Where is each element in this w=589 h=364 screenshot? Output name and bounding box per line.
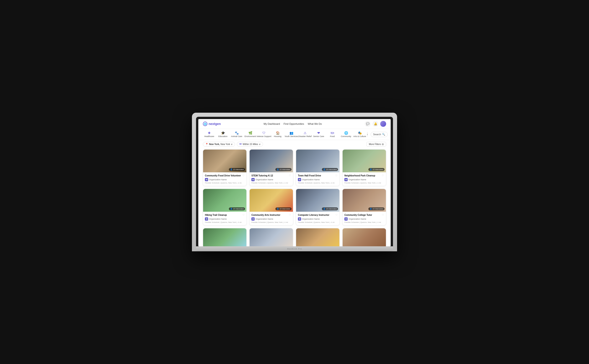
card-meta: Flexible Schedule | Queens, New York | -… <box>298 182 338 184</box>
card-meta: Flexible Schedule | Queens, New York | -… <box>205 182 245 184</box>
card-favorite-btn[interactable]: ♡ <box>242 214 245 216</box>
more-filters-icon: ⊟ <box>382 143 384 145</box>
card-meta: Flexible Schedule | Queens, New York | -… <box>205 221 245 223</box>
environment-icon: 🌿 <box>248 131 252 135</box>
distance-chevron-icon: ∨ <box>259 143 261 145</box>
card-6[interactable]: 👤 15 InterestedCommunity Arts Instructor… <box>249 189 293 225</box>
nav-dashboard[interactable]: My Dashboard <box>264 123 280 125</box>
logo-icon: 🌐 <box>203 122 207 126</box>
housing-icon: 🏠 <box>276 131 280 135</box>
org-icon: 🏢 <box>251 217 254 221</box>
cards-grid: 👤 15 InterestedCommunity Food Drive Volu… <box>203 149 386 246</box>
senior-care-label: Senior Care <box>313 135 324 137</box>
card-8[interactable]: 👤 15 InterestedCommunity College Tutor♡🏢… <box>342 189 386 225</box>
logo-text: nextgen <box>208 122 221 126</box>
card-title: Hiking Trail Cleanup <box>205 214 227 216</box>
community-label: Community <box>341 135 351 137</box>
category-healthcare[interactable]: ✚ Healthcare <box>203 130 216 138</box>
nav-actions: 💬 🔔 <box>365 121 386 127</box>
community-icon: 🌐 <box>344 131 348 135</box>
category-community[interactable]: 🌐 Community <box>340 130 352 138</box>
card-title: Community Arts Instructor <box>251 214 280 216</box>
filters-bar: 📍 New York, New York ∨ 🗺 Within 15 Miles… <box>198 140 391 149</box>
category-senior-care[interactable]: ❤ Senior Care <box>312 130 325 138</box>
card-favorite-btn[interactable]: ♡ <box>289 214 291 216</box>
category-animal-care[interactable]: 🐾 Animal Care <box>230 130 243 138</box>
animal-care-icon: 🐾 <box>235 131 239 135</box>
arts-culture-icon: 🎭 <box>358 131 362 135</box>
location-filter[interactable]: 📍 New York, New York ∨ <box>203 142 235 147</box>
bell-icon-btn[interactable]: 🔔 <box>372 121 378 127</box>
card-9[interactable] <box>203 228 247 246</box>
content-area: 👤 15 InterestedCommunity Food Drive Volu… <box>198 149 391 246</box>
category-arts-culture[interactable]: 🎭 Arts & Culture <box>353 130 366 138</box>
category-disaster-relief[interactable]: ⚠ Disaster Relief <box>299 130 311 138</box>
card-4[interactable]: 👤 15 InterestedNeighborhood Park Cleanup… <box>342 149 386 186</box>
education-label: Education <box>218 135 228 137</box>
location-filter-label: New York, New York <box>209 143 230 145</box>
category-environment[interactable]: 🌿 Environment <box>244 130 257 138</box>
org-name: Organization Name <box>302 178 320 181</box>
card-title: Computer Literacy Instructor <box>298 214 329 216</box>
more-filters-button[interactable]: More Filters ⊟ <box>366 142 386 147</box>
card-12[interactable] <box>342 228 386 246</box>
nav-what-we-do[interactable]: What We Do <box>308 123 322 125</box>
category-education[interactable]: 🎓 Education <box>217 130 229 138</box>
food-label: Food <box>330 135 335 137</box>
interested-badge: 👤 15 Interested <box>229 207 245 210</box>
education-icon: 🎓 <box>221 131 225 135</box>
location-icon: 📍 <box>205 143 208 145</box>
arts-culture-label: Arts & Culture <box>353 135 366 137</box>
org-name: Organization Name <box>348 218 366 220</box>
category-youth-services[interactable]: 👥 Youth Services <box>285 130 298 138</box>
screen: 🌐 nextgen My Dashboard Find Opportunitie… <box>198 119 391 246</box>
card-7[interactable]: 👤 15 InterestedComputer Literacy Instruc… <box>296 189 340 225</box>
org-icon: 🏢 <box>344 178 348 181</box>
category-veteran-support[interactable]: 🛡 Veteran Support <box>258 130 270 138</box>
navbar: 🌐 nextgen My Dashboard Find Opportunitie… <box>198 119 391 129</box>
card-favorite-btn[interactable]: ♡ <box>335 214 338 216</box>
logo[interactable]: 🌐 nextgen <box>203 122 221 126</box>
card-title: Town Hall Food Drive <box>298 174 321 177</box>
card-favorite-btn[interactable]: ♡ <box>382 174 384 177</box>
card-3[interactable]: 👤 15 InterestedTown Hall Food Drive♡🏢Org… <box>296 149 340 186</box>
card-5[interactable]: 👤 15 InterestedHiking Trail Cleanup♡🏢Org… <box>203 189 247 225</box>
interested-badge: 👤 15 Interested <box>368 207 385 210</box>
user-avatar[interactable] <box>380 121 386 127</box>
card-11[interactable] <box>296 228 340 246</box>
laptop-frame: 🌐 nextgen My Dashboard Find Opportunitie… <box>192 113 397 251</box>
org-name: Organization Name <box>255 178 273 181</box>
category-housing[interactable]: 🏠 Housing <box>271 130 284 138</box>
interested-badge: 👤 15 Interested <box>229 168 245 171</box>
category-food[interactable]: 🍽 Food <box>326 130 339 138</box>
laptop-model-text: MacBook Pro <box>287 248 302 250</box>
org-name: Organization Name <box>255 218 273 220</box>
distance-filter[interactable]: 🗺 Within 15 Miles ∨ <box>237 142 263 147</box>
distance-icon: 🗺 <box>239 143 242 145</box>
card-title: Community College Tutor <box>344 214 372 216</box>
interested-badge: 👤 15 Interested <box>368 168 385 171</box>
disaster-relief-icon: ⚠ <box>304 131 307 135</box>
food-icon: 🍽 <box>331 131 334 135</box>
card-favorite-btn[interactable]: ♡ <box>289 174 291 177</box>
youth-services-label: Youth Services <box>284 135 298 137</box>
nav-opportunities[interactable]: Find Opportunities <box>284 123 304 125</box>
card-favorite-btn[interactable]: ♡ <box>242 174 245 177</box>
card-favorite-btn[interactable]: ♡ <box>335 174 338 177</box>
card-2[interactable]: 👤 15 InterestedSTEM Tutoring K-12♡🏢Organ… <box>249 149 293 186</box>
org-icon: 🏢 <box>251 178 254 181</box>
card-1[interactable]: 👤 15 InterestedCommunity Food Drive Volu… <box>203 149 247 186</box>
card-favorite-btn[interactable]: ♡ <box>382 214 384 216</box>
org-icon: 🏢 <box>205 217 208 221</box>
animal-care-label: Animal Care <box>231 135 242 137</box>
card-10[interactable] <box>249 228 293 246</box>
search-button[interactable]: Search 🔍 <box>371 132 388 137</box>
card-meta: Flexible Schedule | Queens, New York | -… <box>251 221 291 223</box>
categories-more-btn[interactable]: › <box>367 132 368 137</box>
screen-bezel: 🌐 nextgen My Dashboard Find Opportunitie… <box>196 117 393 246</box>
location-chevron-icon: ∨ <box>231 143 233 145</box>
chat-icon-btn[interactable]: 💬 <box>365 121 371 127</box>
housing-label: Housing <box>274 135 281 137</box>
org-name: Organization Name <box>209 218 227 220</box>
nav-links: My Dashboard Find Opportunities What We … <box>264 123 322 125</box>
